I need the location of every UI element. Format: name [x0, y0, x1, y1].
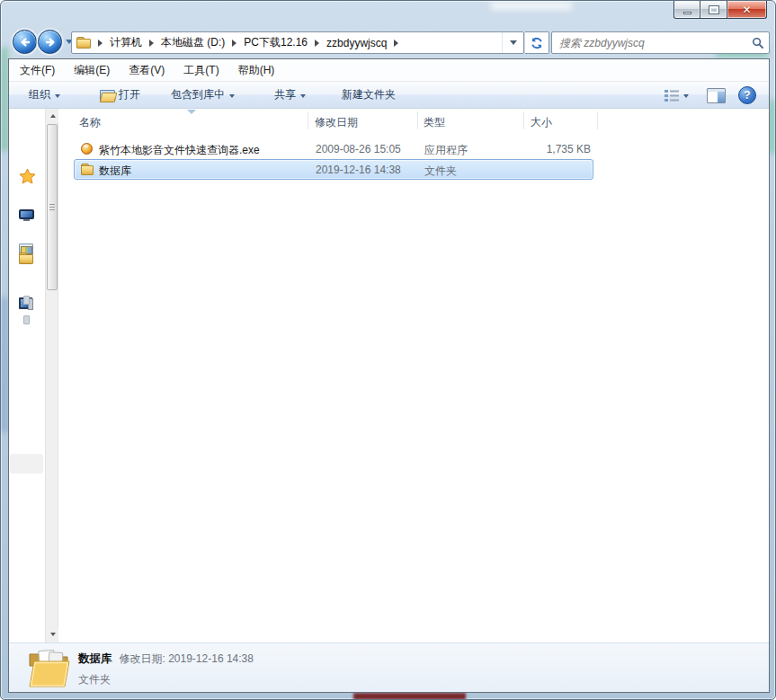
forward-button[interactable] [38, 30, 62, 54]
column-header-name[interactable]: 名称 [79, 115, 101, 130]
glass-tint-title [491, 2, 572, 10]
file-date: 2009-08-26 15:05 [316, 143, 401, 155]
details-text: 数据库 修改日期: 2019-12-16 14:38 文件夹 [78, 651, 254, 687]
scroll-down-button[interactable] [47, 628, 58, 641]
back-icon [18, 35, 32, 49]
refresh-button[interactable] [525, 31, 549, 54]
address-folder-icon [76, 37, 91, 49]
column-header-row: 名称 修改日期 类型 大小 [58, 109, 769, 133]
share-button[interactable]: 共享 [269, 84, 311, 105]
breadcrumb-zzbdyywjscq[interactable]: zzbdyywjscq [326, 37, 387, 49]
menu-tools[interactable]: 工具(T) [183, 63, 219, 78]
sidebar-item-desktop[interactable] [19, 209, 34, 221]
client-area: 文件(F) 编辑(E) 查看(V) 工具(T) 帮助(H) 组织 打开 包含到库… [8, 58, 770, 693]
file-type: 应用程序 [424, 143, 468, 158]
file-row-database-folder[interactable]: 数据库 2019-12-16 14:38 文件夹 [74, 159, 593, 180]
scrollbar-grip-icon [49, 204, 55, 211]
menu-view[interactable]: 查看(V) [129, 63, 165, 78]
change-view-button[interactable] [658, 86, 694, 104]
chevron-down-icon [510, 40, 517, 45]
breadcrumb-computer[interactable]: 计算机 [110, 35, 142, 50]
scroll-up-button[interactable] [47, 110, 58, 122]
application-icon [81, 143, 93, 155]
minimize-icon [683, 12, 691, 14]
back-button[interactable] [13, 30, 37, 54]
open-button[interactable]: 打开 [94, 84, 146, 105]
main-area: 名称 修改日期 类型 大小 紫竹本地影音文件快速查询器.exe 2009-08-… [9, 109, 769, 644]
new-folder-button[interactable]: 新建文件夹 [336, 84, 401, 105]
forward-icon [43, 35, 58, 49]
menu-help[interactable]: 帮助(H) [238, 63, 275, 78]
column-header-size[interactable]: 大小 [531, 115, 552, 130]
large-folder-icon [27, 645, 72, 690]
breadcrumb-separator-icon [394, 40, 398, 47]
details-modified-date: 修改日期: 2019-12-16 14:38 [120, 651, 254, 667]
navigation-pane [9, 109, 45, 644]
glass-tint-left-lower [2, 297, 7, 432]
breadcrumb-pc-download[interactable]: PC下载12.16 [244, 35, 308, 50]
details-item-name: 数据库 [78, 651, 112, 667]
menu-file[interactable]: 文件(F) [20, 63, 55, 78]
sidebar-highlight [10, 454, 43, 474]
chevron-down-icon [50, 633, 56, 636]
file-name[interactable]: 数据库 [99, 164, 131, 179]
chevron-down-icon [300, 94, 306, 98]
sidebar-item-documents[interactable] [19, 253, 33, 264]
preview-pane-button[interactable] [707, 88, 726, 103]
search-icon[interactable] [747, 37, 769, 49]
glass-tint-left [2, 48, 7, 151]
chevron-down-icon [55, 94, 60, 98]
column-separator[interactable] [597, 111, 598, 129]
menu-bar: 文件(F) 编辑(E) 查看(V) 工具(T) 帮助(H) [9, 59, 769, 82]
organize-label: 组织 [29, 87, 50, 102]
breadcrumb-separator-icon [149, 40, 154, 47]
address-bar[interactable]: 计算机 本地磁盘 (D:) PC下载12.16 zzbdyywjscq [71, 31, 524, 54]
sidebar-item-favorites[interactable] [19, 168, 36, 187]
sort-indicator-icon [187, 110, 196, 114]
menu-edit[interactable]: 编辑(E) [74, 63, 110, 78]
chevron-down-icon [229, 94, 235, 98]
search-box [551, 31, 770, 54]
help-button[interactable]: ? [738, 86, 756, 104]
breadcrumb-separator-icon [232, 40, 236, 47]
sidebar-item-partial[interactable] [23, 315, 30, 324]
column-header-date[interactable]: 修改日期 [315, 115, 358, 130]
open-label: 打开 [119, 87, 140, 102]
new-folder-label: 新建文件夹 [342, 87, 396, 102]
command-toolbar: 组织 打开 包含到库中 共享 新建文件夹 [9, 82, 769, 109]
details-item-type: 文件夹 [78, 672, 254, 687]
close-icon: ✕ [742, 4, 751, 15]
share-label: 共享 [274, 87, 296, 102]
file-row-exe[interactable]: 紫竹本地影音文件快速查询器.exe 2009-08-26 15:05 应用程序 … [74, 138, 593, 159]
help-icon: ? [744, 89, 750, 102]
minimize-button[interactable] [673, 1, 700, 19]
breadcrumb-drive-d[interactable]: 本地磁盘 (D:) [161, 35, 225, 50]
column-separator[interactable] [308, 111, 308, 129]
include-in-library-button[interactable]: 包含到库中 [165, 84, 240, 105]
details-pane: 数据库 修改日期: 2019-12-16 14:38 文件夹 [9, 642, 769, 692]
file-list: 名称 修改日期 类型 大小 紫竹本地影音文件快速查询器.exe 2009-08-… [58, 109, 769, 644]
include-in-library-label: 包含到库中 [171, 87, 225, 102]
maximize-button[interactable] [700, 1, 727, 19]
favorites-star-icon [19, 168, 36, 184]
chevron-down-icon [683, 94, 689, 98]
explorer-window: ✕ 计算机 本地磁盘 (D:) PC下载12.16 zzbdyywjscq [0, 0, 776, 700]
organize-button[interactable]: 组织 [23, 84, 66, 105]
sidebar-scrollbar[interactable] [45, 109, 58, 644]
column-separator[interactable] [523, 111, 524, 129]
column-separator[interactable] [417, 111, 418, 129]
column-header-type[interactable]: 类型 [424, 115, 445, 130]
views-icon [664, 89, 680, 102]
sidebar-item-partial[interactable] [23, 296, 30, 305]
window-controls: ✕ [673, 1, 767, 19]
search-input[interactable] [552, 32, 747, 53]
refresh-icon [530, 36, 544, 50]
scrollbar-thumb[interactable] [47, 124, 58, 290]
navigation-bar: 计算机 本地磁盘 (D:) PC下载12.16 zzbdyywjscq [8, 26, 768, 58]
address-dropdown-button[interactable] [502, 32, 523, 53]
file-name[interactable]: 紫竹本地影音文件快速查询器.exe [99, 143, 260, 158]
close-button[interactable]: ✕ [727, 1, 767, 19]
breadcrumb-separator-icon [315, 40, 319, 47]
folder-icon [81, 164, 94, 175]
glass-tint-bottom [353, 693, 466, 700]
